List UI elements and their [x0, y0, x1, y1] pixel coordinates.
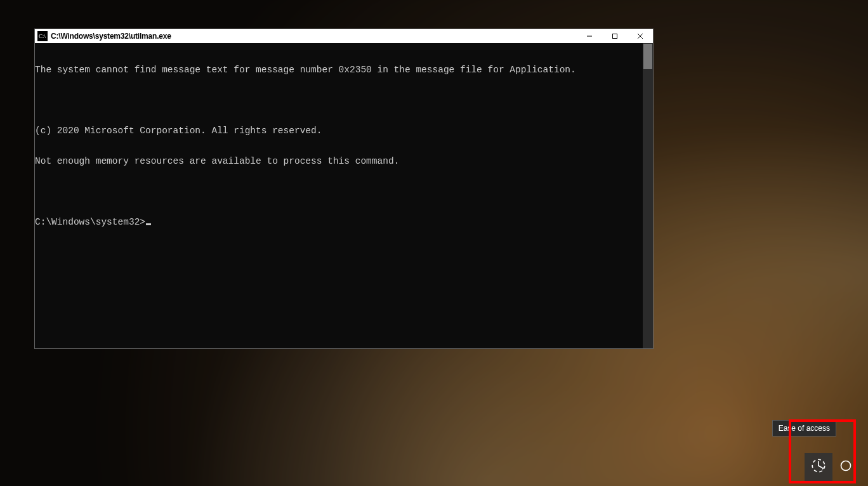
cmd-icon: C:\: [37, 31, 48, 41]
maximize-button[interactable]: [602, 29, 628, 43]
svg-point-8: [841, 461, 851, 471]
close-button[interactable]: [628, 29, 653, 43]
ease-of-access-button[interactable]: [805, 453, 832, 481]
scrollbar-thumb[interactable]: [643, 44, 652, 69]
terminal-line: [35, 95, 643, 105]
terminal-line: [35, 187, 643, 197]
terminal-line: (c) 2020 Microsoft Corporation. All righ…: [35, 126, 643, 136]
terminal-output[interactable]: The system cannot find message text for …: [35, 43, 643, 348]
lockscreen-corner-controls: [805, 453, 853, 481]
power-icon: [839, 459, 852, 475]
svg-text:C:\: C:\: [39, 33, 46, 39]
ease-of-access-tooltip: Ease of access: [772, 420, 836, 437]
terminal-line: Not enough memory resources are availabl…: [35, 156, 643, 166]
terminal-line: The system cannot find message text for …: [35, 65, 643, 75]
terminal-area: The system cannot find message text for …: [35, 43, 653, 348]
svg-rect-3: [613, 34, 617, 39]
terminal-prompt-line: C:\Windows\system32>: [35, 217, 643, 227]
power-button[interactable]: [839, 460, 853, 474]
command-prompt-window: C:\ C:\Windows\system32\utilman.exe The …: [35, 29, 653, 348]
minimize-button[interactable]: [577, 29, 602, 43]
terminal-prompt: C:\Windows\system32>: [35, 217, 145, 227]
vertical-scrollbar[interactable]: [643, 43, 653, 348]
ease-of-access-icon: [810, 457, 827, 476]
window-title: C:\Windows\system32\utilman.exe: [51, 32, 171, 41]
titlebar[interactable]: C:\ C:\Windows\system32\utilman.exe: [35, 29, 653, 43]
cursor-icon: [146, 223, 151, 225]
